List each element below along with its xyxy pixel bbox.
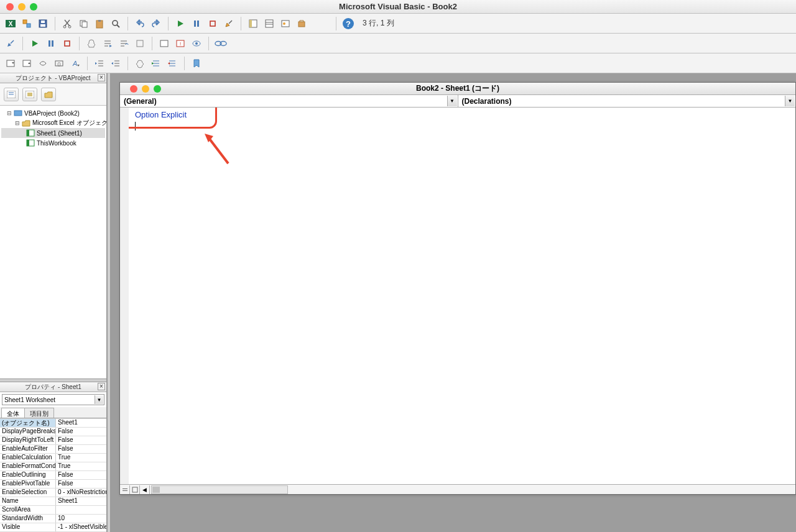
toggle-breakpoint-icon[interactable] <box>85 37 98 50</box>
property-value[interactable]: -1 - xlSheetVisible <box>56 523 106 531</box>
view-object-button[interactable] <box>22 88 37 101</box>
insert-userform-icon[interactable] <box>20 17 34 30</box>
watch-window-icon[interactable] <box>190 37 203 50</box>
list-properties-icon[interactable] <box>4 57 17 70</box>
project-pane-close-icon[interactable]: × <box>98 74 105 81</box>
property-value[interactable]: 10 <box>56 515 106 523</box>
property-value[interactable]: False <box>56 445 106 453</box>
code-editor[interactable]: Option Explicit <box>120 108 795 484</box>
break-icon[interactable] <box>190 17 203 30</box>
property-row[interactable]: NameSheet1 <box>0 497 106 506</box>
parameter-info-icon[interactable]: () <box>52 57 66 70</box>
property-value[interactable]: Sheet1 <box>56 497 106 505</box>
list-constants-icon[interactable] <box>20 57 34 70</box>
object-browser-icon[interactable] <box>279 17 292 30</box>
quick-info-icon[interactable] <box>36 57 50 70</box>
undo-icon[interactable] <box>133 17 147 30</box>
step-into-icon[interactable] <box>101 37 114 50</box>
comment-block-icon[interactable] <box>149 57 163 70</box>
outdent-icon[interactable] <box>109 57 123 70</box>
view-code-button[interactable] <box>4 88 19 101</box>
procedure-view-button[interactable] <box>120 485 130 494</box>
step-over-icon[interactable] <box>117 37 131 50</box>
tree-item-label: ThisWorkbook <box>37 140 76 147</box>
code-minimize-button[interactable] <box>142 85 149 93</box>
code-close-button[interactable] <box>130 85 137 93</box>
code-zoom-button[interactable] <box>154 85 161 93</box>
property-value[interactable]: True <box>56 462 106 470</box>
run-debug-icon[interactable] <box>28 37 42 50</box>
code-window: Book2 - Sheet1 (コード) (General) ▼ (Declar… <box>119 82 796 495</box>
redo-icon[interactable] <box>149 17 163 30</box>
properties-table[interactable]: (オブジェクト名)Sheet1DisplayPageBreaksFalseDis… <box>0 418 106 532</box>
paste-icon[interactable] <box>93 17 106 30</box>
tree-folder[interactable]: ⊟Microsoft Excel オブジェクト <box>1 118 105 128</box>
property-name: (オブジェクト名) <box>0 419 56 427</box>
property-row[interactable]: ScrollArea <box>0 506 106 515</box>
properties-pane-close-icon[interactable]: × <box>98 383 105 390</box>
object-dropdown[interactable]: (General) ▼ <box>120 95 458 107</box>
property-row[interactable]: EnableOutliningFalse <box>0 471 106 480</box>
cut-icon[interactable] <box>60 17 74 30</box>
complete-word-icon[interactable]: A <box>68 57 82 70</box>
property-row[interactable]: DisplayRightToLeftFalse <box>0 436 106 445</box>
horizontal-scrollbar[interactable] <box>151 485 288 494</box>
tree-item-thisworkbook[interactable]: ThisWorkbook <box>1 138 105 148</box>
property-row[interactable]: EnableFormatConditiTrue <box>0 462 106 471</box>
property-row[interactable]: EnableSelection0 - xlNoRestriction <box>0 488 106 497</box>
property-value[interactable]: False <box>56 436 106 444</box>
code-window-titlebar[interactable]: Book2 - Sheet1 (コード) <box>120 83 795 95</box>
save-icon[interactable] <box>36 17 50 30</box>
full-module-view-button[interactable] <box>130 485 140 494</box>
properties-object-combo[interactable]: Sheet1 Worksheet ▼ <box>2 394 104 405</box>
property-value[interactable]: False <box>56 471 106 479</box>
properties-window-icon[interactable] <box>262 17 276 30</box>
property-row[interactable]: EnablePivotTableFalse <box>0 480 106 488</box>
uncomment-block-icon[interactable] <box>165 57 179 70</box>
property-value[interactable]: False <box>56 428 106 436</box>
tree-root[interactable]: ⊟VBAProject (Book2) <box>1 108 105 118</box>
project-tree[interactable]: ⊟VBAProject (Book2) ⊟Microsoft Excel オブジ… <box>0 106 106 378</box>
scroll-left-button[interactable]: ◀ <box>140 485 150 494</box>
step-out-icon[interactable] <box>133 37 147 50</box>
find-icon[interactable] <box>109 17 123 30</box>
close-window-button[interactable] <box>6 3 14 11</box>
immediate-window-icon[interactable]: ! <box>174 37 187 50</box>
run-sub-icon[interactable] <box>174 17 187 30</box>
quick-watch-icon[interactable] <box>214 37 228 50</box>
property-row[interactable]: (オブジェクト名)Sheet1 <box>0 419 106 428</box>
toggle-bookmark-icon[interactable] <box>190 57 203 70</box>
compile-icon[interactable] <box>4 37 17 50</box>
property-value[interactable]: False <box>56 480 106 488</box>
locals-window-icon[interactable] <box>157 37 171 50</box>
property-row[interactable]: DisplayPageBreaksFalse <box>0 428 106 436</box>
svg-marker-52 <box>95 62 97 65</box>
toggle-breakpoint2-icon[interactable] <box>133 57 147 70</box>
procedure-dropdown[interactable]: (Declarations) ▼ <box>458 95 796 107</box>
zoom-window-button[interactable] <box>30 3 37 11</box>
property-value[interactable]: 0 - xlNoRestriction <box>56 488 106 497</box>
property-row[interactable]: EnableCalculationTrue <box>0 454 106 462</box>
property-value[interactable]: True <box>56 454 106 462</box>
property-value[interactable]: Sheet1 <box>56 419 106 427</box>
reset-icon[interactable] <box>206 17 220 30</box>
minimize-window-button[interactable] <box>18 3 25 11</box>
pause-debug-icon[interactable] <box>44 37 58 50</box>
svg-rect-34 <box>65 41 70 46</box>
toggle-folders-button[interactable] <box>41 88 56 101</box>
tab-categorized[interactable]: 項目別 <box>24 408 54 418</box>
design-mode-icon[interactable] <box>222 17 236 30</box>
excel-icon[interactable]: X <box>4 17 17 30</box>
property-row[interactable]: Visible-1 - xlSheetVisible <box>0 523 106 532</box>
property-row[interactable]: EnableAutoFilterFalse <box>0 445 106 454</box>
tree-item-sheet1[interactable]: Sheet1 (Sheet1) <box>1 128 105 138</box>
copy-icon[interactable] <box>76 17 90 30</box>
property-value[interactable] <box>56 506 106 514</box>
help-icon[interactable]: ? <box>341 17 355 30</box>
toolbox-icon[interactable] <box>295 17 308 30</box>
stop-debug-icon[interactable] <box>60 37 74 50</box>
indent-icon[interactable] <box>93 57 106 70</box>
tab-alphabetic[interactable]: 全体 <box>1 408 25 418</box>
project-explorer-icon[interactable] <box>246 17 260 30</box>
property-row[interactable]: StandardWidth10 <box>0 515 106 523</box>
